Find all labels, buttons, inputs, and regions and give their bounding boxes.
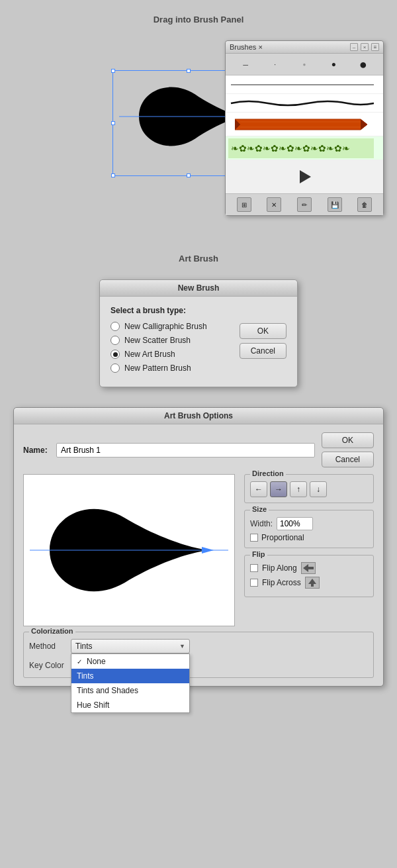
dialog-buttons: OK Cancel: [240, 323, 287, 359]
method-none-label: None: [87, 657, 106, 666]
handle-tl[interactable]: [111, 69, 115, 73]
new-brush-dialog: New Brush Select a brush type: New Calli…: [99, 279, 298, 387]
dir-right-btn[interactable]: →: [270, 481, 287, 497]
proportional-checkbox[interactable]: [250, 534, 258, 542]
options-dialog-body: Name: OK Cancel: [14, 424, 383, 686]
method-tints[interactable]: Tints: [71, 669, 189, 683]
brushes-grid-btn[interactable]: ⊞: [237, 197, 251, 212]
option-scatter-label: New Scatter Brush: [124, 336, 191, 345]
brushes-title-text: Brushes ×: [230, 43, 263, 51]
options-cancel-button[interactable]: Cancel: [322, 452, 374, 467]
section2-title: Art Brush: [0, 239, 397, 273]
size-row: Width:: [250, 517, 368, 530]
flip-across-label: Flip Across: [262, 578, 301, 587]
method-tints-shades[interactable]: Tints and Shades: [71, 683, 189, 698]
radio-art-fill: [113, 352, 118, 357]
brushes-title-right: – × ≡: [350, 43, 379, 51]
method-none[interactable]: None: [71, 654, 189, 669]
flip-along-checkbox[interactable]: [250, 564, 258, 572]
flip-along-label: Flip Along: [262, 563, 297, 573]
colorization-section: Colorization Method Tints ▼: [23, 632, 374, 678]
brushes-save-btn[interactable]: 💾: [328, 197, 342, 212]
key-color-label: Key Color: [29, 661, 66, 670]
method-hue-shift-label: Hue Shift: [77, 700, 109, 710]
name-row: Name: OK Cancel: [23, 432, 374, 467]
brushes-titlebar: Brushes × – × ≡: [226, 41, 383, 54]
brushes-title-left: Brushes ×: [230, 43, 263, 51]
brush-stroke-ornament[interactable]: ❧✿❧✿❧✿❧✿❧✿❧✿❧✿❧: [226, 136, 383, 160]
brushes-trash-btn[interactable]: 🗑: [357, 197, 372, 212]
close-btn[interactable]: ×: [361, 43, 369, 51]
proportional-row: Proportional: [250, 533, 368, 542]
colorization-title: Colorization: [29, 627, 75, 635]
menu-btn[interactable]: ≡: [371, 43, 379, 51]
flip-group: Flip Flip Along: [244, 555, 374, 597]
radio-pattern[interactable]: [110, 363, 120, 373]
flip-along-icon: [301, 562, 316, 574]
options-right: Direction ← → ↑ ↓ Size: [244, 474, 374, 626]
minimize-btn[interactable]: –: [350, 43, 358, 51]
method-row: Method Tints ▼ None: [29, 639, 368, 653]
brush-size-row: – · ● ● ●: [226, 54, 383, 75]
option-calligraphic-label: New Calligraphic Brush: [124, 322, 207, 331]
proportional-label: Proportional: [261, 533, 304, 542]
flip-across-row: Flip Across: [250, 577, 368, 589]
brush-stroke-banner[interactable]: [226, 113, 383, 136]
dir-down-btn[interactable]: ↓: [310, 481, 327, 497]
dot-medium[interactable]: ●: [297, 57, 312, 72]
brushes-bottom: ⊞ ✕ ✏ 💾 🗑: [226, 194, 383, 215]
option-pattern[interactable]: New Pattern Brush: [110, 363, 287, 373]
play-icon[interactable]: [294, 167, 314, 187]
brushes-delete-btn[interactable]: ✕: [267, 197, 281, 212]
options-main-row: Direction ← → ↑ ↓ Size: [23, 474, 374, 626]
name-input[interactable]: [56, 443, 315, 458]
method-tints-label: Tints: [77, 671, 94, 681]
width-label: Width:: [250, 519, 273, 528]
handle-bl[interactable]: [111, 173, 115, 177]
option-art-label: New Art Brush: [124, 350, 175, 359]
brushes-panel: Brushes × – × ≡ – · ● ● ●: [225, 40, 384, 216]
options-ok-button[interactable]: OK: [322, 432, 374, 448]
art-brush-options-dialog: Art Brush Options Name: OK Cancel: [13, 407, 384, 687]
options-preview: [23, 474, 235, 626]
flip-along-row: Flip Along: [250, 562, 368, 574]
section1-title: Drag into Brush Panel: [0, 0, 397, 34]
dot-xlarge[interactable]: ●: [356, 57, 371, 72]
method-dropdown-select[interactable]: Tints ▼: [71, 639, 190, 653]
method-hue-shift[interactable]: Hue Shift: [71, 698, 189, 712]
new-brush-dialog-body: Select a brush type: New Calligraphic Br…: [100, 297, 297, 387]
dir-up-btn[interactable]: ↑: [290, 481, 307, 497]
dir-left-btn[interactable]: ←: [250, 481, 267, 497]
flip-rows: Flip Along Flip Across: [250, 562, 368, 589]
method-label: Method: [29, 642, 66, 651]
dot-large[interactable]: ●: [326, 57, 341, 72]
svg-text:❧✿❧✿❧✿❧✿❧✿❧✿❧✿❧: ❧✿❧✿❧✿❧✿❧✿❧✿❧✿❧: [231, 143, 350, 154]
method-selected-text: Tints: [75, 642, 93, 651]
dot-small[interactable]: ·: [268, 57, 283, 72]
radio-art[interactable]: [110, 350, 120, 359]
width-input[interactable]: [277, 517, 313, 530]
brush-stroke-thin[interactable]: [226, 75, 383, 94]
brushes-edit-btn[interactable]: ✏: [297, 197, 312, 212]
size-group: Size Width: Proportional: [244, 510, 374, 548]
handle-bm[interactable]: [187, 173, 191, 177]
method-dropdown-menu: None Tints Tints and Shades Hue Shift: [71, 653, 190, 713]
dot-dash[interactable]: –: [238, 57, 253, 72]
option-pattern-label: New Pattern Brush: [124, 363, 191, 373]
direction-label: Direction: [250, 469, 286, 477]
method-dropdown[interactable]: Tints ▼ None Tints: [71, 639, 190, 653]
svg-marker-6: [300, 170, 311, 183]
preview-svg: [30, 481, 228, 620]
direction-row: ← → ↑ ↓: [250, 481, 368, 497]
handle-ml[interactable]: [111, 121, 115, 125]
flip-across-checkbox[interactable]: [250, 579, 258, 587]
radio-scatter[interactable]: [110, 336, 120, 345]
radio-calligraphic[interactable]: [110, 322, 120, 331]
cancel-button[interactable]: Cancel: [240, 343, 287, 359]
ok-button[interactable]: OK: [240, 323, 287, 339]
options-dialog-title: Art Brush Options: [14, 408, 383, 424]
dropdown-arrow-icon: ▼: [179, 643, 185, 650]
direction-group: Direction ← → ↑ ↓: [244, 474, 374, 503]
brush-stroke-medium[interactable]: [226, 94, 383, 113]
section3: Art Brush Options Name: OK Cancel: [0, 407, 397, 687]
